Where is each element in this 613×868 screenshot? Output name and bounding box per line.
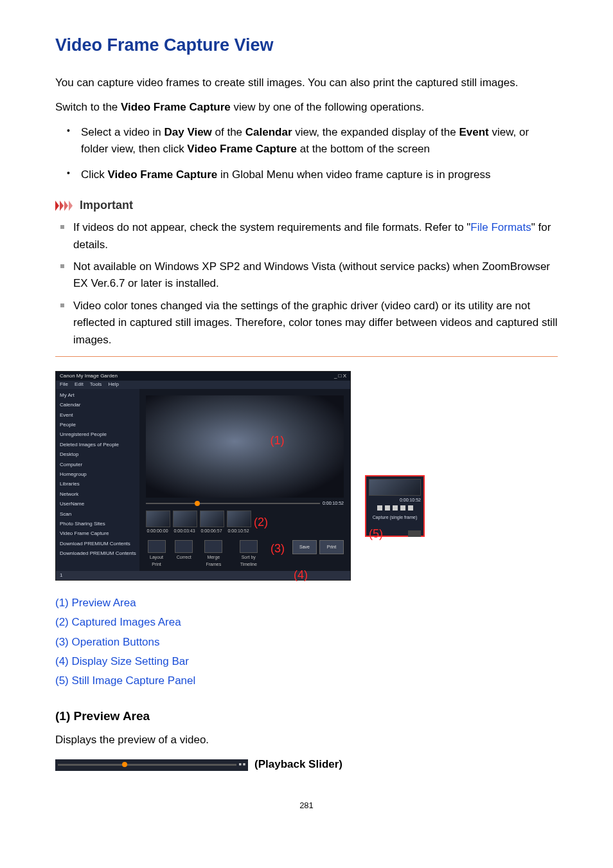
callout-2: (2)	[254, 514, 268, 532]
preview-area: (1)	[146, 395, 344, 498]
callout-5: (5)	[369, 525, 383, 543]
sidebar: My Art Calendar Event People Unregistere…	[56, 389, 139, 571]
playback-slider-figure: ■ ■	[55, 759, 248, 771]
intro-paragraph-2: Switch to the Video Frame Capture view b…	[55, 99, 558, 116]
page-title: Video Frame Capture View	[55, 32, 558, 59]
page-number: 281	[55, 799, 558, 812]
window-controls: _ □ X	[334, 372, 346, 380]
toc-link-operation-buttons[interactable]: (3) Operation Buttons	[55, 636, 160, 648]
callout-3: (3)	[271, 540, 285, 558]
important-icon	[55, 201, 75, 211]
section-toc: (1) Preview Area (2) Captured Images Are…	[55, 595, 558, 690]
window-title: Canon My Image Garden	[60, 372, 118, 380]
file-formats-link[interactable]: File Formats	[470, 221, 531, 233]
list-item: Click Video Frame Capture in Global Menu…	[78, 167, 558, 183]
section-heading-preview-area: (1) Preview Area	[55, 707, 558, 725]
svg-marker-0	[55, 201, 59, 211]
list-item: Not available on Windows XP SP2 and Wind…	[71, 258, 558, 293]
intro-paragraph-1: You can capture video frames to create s…	[55, 75, 558, 91]
toc-link-captured-images[interactable]: (2) Captured Images Area	[55, 616, 181, 628]
svg-marker-1	[60, 201, 64, 211]
toc-link-still-image-panel[interactable]: (5) Still Image Capture Panel	[55, 674, 195, 687]
playback-slider	[146, 503, 320, 504]
section-body: Displays the preview of a video.	[55, 732, 558, 748]
save-button: Save	[292, 540, 317, 554]
operation-buttons: Layout Print Correct Merge Frames Sort b…	[146, 540, 344, 568]
important-heading: Important	[80, 197, 133, 215]
svg-marker-3	[69, 201, 73, 211]
operation-list: Select a video in Day View of the Calend…	[55, 124, 558, 184]
list-item: Select a video in Day View of the Calend…	[78, 124, 558, 158]
captured-images-area: 0:00:00:00 0:00:03:43 0:00:06:57 0:00:10…	[146, 511, 344, 535]
app-screenshot-main: Canon My Image Garden _ □ X File Edit To…	[55, 371, 351, 581]
print-button: Print	[319, 540, 344, 554]
playback-slider-label: (Playback Slider)	[254, 756, 342, 773]
divider	[55, 356, 558, 357]
callout-1: (1)	[271, 432, 285, 450]
toc-link-display-size-bar[interactable]: (4) Display Size Setting Bar	[55, 655, 189, 667]
toc-link-preview-area[interactable]: (1) Preview Area	[55, 597, 136, 609]
callout-4: (4)	[294, 566, 308, 584]
important-list: If videos do not appear, check the syste…	[55, 219, 558, 348]
list-item: If videos do not appear, check the syste…	[71, 219, 558, 253]
still-image-capture-panel: 0:00:10:52 Capture (single frame) (5)	[365, 475, 425, 537]
list-item: Video color tones changed via the settin…	[71, 298, 558, 348]
svg-marker-2	[64, 201, 68, 211]
